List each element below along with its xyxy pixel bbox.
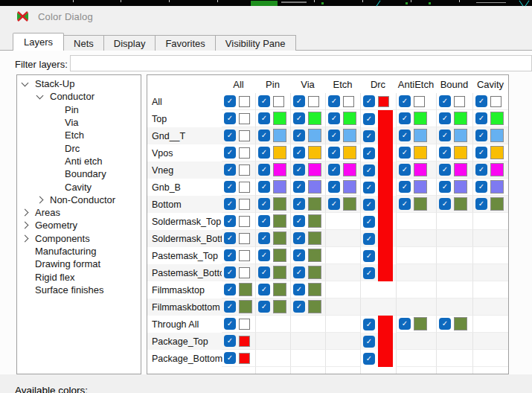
visibility-checkbox[interactable]: ✓ — [475, 147, 487, 159]
color-swatch-red[interactable] — [378, 179, 393, 196]
color-swatch-blue[interactable] — [343, 129, 356, 142]
tree-item-conductor[interactable]: Conductor — [17, 90, 141, 103]
visibility-checkbox[interactable]: ✓ — [293, 112, 305, 124]
color-swatch-blue[interactable] — [414, 129, 427, 142]
color-swatch-amber[interactable] — [308, 146, 321, 159]
tab-visibility-pane[interactable]: Visibility Pane — [215, 35, 296, 51]
visibility-checkbox[interactable]: ✓ — [363, 182, 375, 194]
color-swatch-amber[interactable] — [414, 146, 427, 159]
chevron-right-icon[interactable] — [36, 196, 44, 203]
color-swatch-magenta[interactable] — [308, 163, 321, 176]
visibility-checkbox[interactable]: ✓ — [475, 130, 487, 141]
tree-item-manufacturing[interactable]: Manufacturing — [17, 245, 141, 258]
visibility-checkbox[interactable]: ✓ — [224, 232, 236, 244]
color-swatch-red[interactable] — [378, 350, 393, 367]
visibility-checkbox[interactable]: ✓ — [258, 112, 270, 124]
color-swatch-blue[interactable] — [308, 129, 321, 142]
color-swatch-blue[interactable] — [273, 129, 286, 142]
visibility-checkbox[interactable]: ✓ — [399, 198, 411, 210]
color-swatch-green[interactable] — [308, 112, 321, 125]
visibility-checkbox[interactable]: ✓ — [258, 266, 270, 278]
visibility-checkbox[interactable]: ✓ — [258, 130, 270, 141]
color-swatch-olive[interactable] — [239, 283, 252, 296]
visibility-checkbox[interactable]: ✓ — [224, 301, 236, 313]
visibility-checkbox[interactable]: ✓ — [258, 95, 270, 107]
visibility-checkbox[interactable]: ✓ — [293, 181, 305, 193]
color-swatch-white[interactable] — [239, 199, 250, 210]
color-swatch-white[interactable] — [239, 233, 250, 244]
color-swatch-red[interactable] — [378, 96, 389, 107]
visibility-checkbox[interactable]: ✓ — [328, 147, 340, 159]
color-swatch-white[interactable] — [239, 319, 250, 330]
visibility-checkbox[interactable]: ✓ — [258, 215, 270, 227]
color-swatch-magenta[interactable] — [490, 163, 504, 176]
color-swatch-red[interactable] — [378, 144, 393, 162]
visibility-checkbox[interactable]: ✓ — [328, 198, 340, 210]
visibility-checkbox[interactable]: ✓ — [363, 353, 375, 365]
visibility-checkbox[interactable]: ✓ — [363, 267, 375, 279]
color-swatch-purple[interactable] — [343, 180, 356, 194]
color-swatch-red[interactable] — [239, 353, 250, 364]
color-swatch-amber[interactable] — [490, 146, 504, 159]
visibility-checkbox[interactable]: ✓ — [258, 181, 270, 193]
visibility-checkbox[interactable]: ✓ — [224, 352, 236, 364]
color-swatch-green[interactable] — [343, 112, 356, 125]
color-swatch-magenta[interactable] — [454, 163, 467, 176]
color-swatch-red[interactable] — [378, 316, 393, 333]
color-swatch-olive[interactable] — [273, 300, 286, 313]
color-swatch-purple[interactable] — [308, 180, 321, 194]
color-swatch-olive[interactable] — [273, 231, 286, 245]
color-swatch-amber[interactable] — [273, 146, 286, 159]
color-swatch-white[interactable] — [239, 130, 250, 141]
color-swatch-white[interactable] — [239, 164, 250, 176]
color-swatch-red[interactable] — [378, 333, 393, 350]
chevron-down-icon[interactable] — [22, 79, 29, 86]
visibility-checkbox[interactable]: ✓ — [363, 147, 375, 159]
visibility-checkbox[interactable]: ✓ — [293, 232, 305, 244]
visibility-checkbox[interactable]: ✓ — [363, 250, 375, 262]
visibility-checkbox[interactable]: ✓ — [363, 319, 375, 330]
visibility-checkbox[interactable]: ✓ — [399, 147, 411, 159]
color-swatch-olive[interactable] — [308, 266, 321, 279]
color-swatch-blue[interactable] — [454, 129, 467, 142]
tab-display[interactable]: Display — [103, 35, 156, 51]
tree-item-cavity[interactable]: Cavity — [17, 180, 141, 193]
visibility-checkbox[interactable]: ✓ — [293, 301, 305, 313]
tree-item-non-conductor[interactable]: Non-Conductor — [17, 194, 141, 206]
visibility-checkbox[interactable]: ✓ — [224, 130, 236, 141]
visibility-checkbox[interactable]: ✓ — [224, 164, 236, 176]
color-swatch-olive[interactable] — [308, 283, 321, 296]
tree-item-pin[interactable]: Pin — [17, 103, 141, 116]
visibility-checkbox[interactable]: ✓ — [475, 164, 487, 176]
visibility-checkbox[interactable]: ✓ — [258, 284, 270, 295]
color-swatch-amber[interactable] — [343, 146, 356, 159]
color-swatch-red[interactable] — [378, 264, 393, 281]
visibility-checkbox[interactable]: ✓ — [328, 112, 340, 124]
visibility-checkbox[interactable]: ✓ — [258, 198, 270, 210]
visibility-checkbox[interactable]: ✓ — [399, 95, 411, 107]
tree-item-drc[interactable]: Drc — [17, 141, 141, 154]
visibility-checkbox[interactable]: ✓ — [328, 95, 340, 107]
visibility-checkbox[interactable]: ✓ — [328, 130, 340, 141]
tree-item-etch[interactable]: Etch — [17, 129, 141, 141]
filter-layers-input[interactable] — [70, 55, 532, 71]
tree-item-areas[interactable]: Areas — [17, 206, 141, 219]
visibility-checkbox[interactable]: ✓ — [399, 164, 411, 176]
color-swatch-red[interactable] — [378, 213, 393, 230]
tree-item-components[interactable]: Components — [17, 232, 141, 245]
color-swatch-olive[interactable] — [490, 197, 504, 211]
visibility-checkbox[interactable]: ✓ — [224, 335, 236, 347]
visibility-checkbox[interactable]: ✓ — [475, 181, 487, 193]
visibility-checkbox[interactable]: ✓ — [439, 130, 451, 141]
chevron-right-icon[interactable] — [22, 222, 29, 229]
color-swatch-purple[interactable] — [273, 180, 286, 194]
visibility-checkbox[interactable]: ✓ — [328, 164, 340, 176]
tree-item-boundary[interactable]: Boundary — [17, 167, 141, 180]
visibility-checkbox[interactable]: ✓ — [399, 318, 411, 330]
chevron-down-icon[interactable] — [36, 92, 44, 99]
color-swatch-green[interactable] — [414, 112, 427, 125]
color-swatch-purple[interactable] — [454, 180, 467, 194]
visibility-checkbox[interactable]: ✓ — [293, 130, 305, 141]
visibility-checkbox[interactable]: ✓ — [439, 164, 451, 176]
color-swatch-olive[interactable] — [308, 300, 321, 313]
